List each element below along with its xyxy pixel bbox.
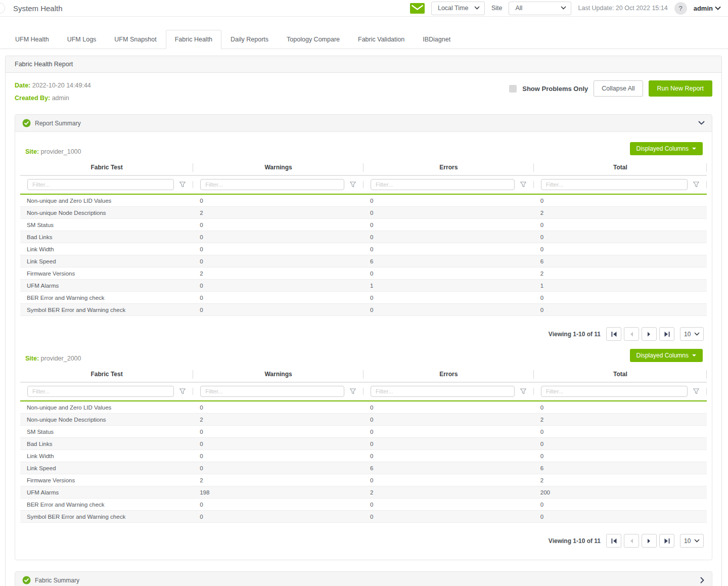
table-row[interactable]: Link Width000 — [20, 243, 707, 255]
column-header-total[interactable]: Total — [534, 160, 707, 175]
table-cell: Non-unique and Zero LID Values — [20, 404, 193, 411]
fabric-summary-section: Fabric Summary — [15, 571, 712, 586]
table-row[interactable]: Firmware Versions202 — [20, 474, 707, 486]
tab-fabric-health[interactable]: Fabric Health — [166, 30, 221, 49]
filter-funnel-icon[interactable] — [179, 182, 186, 188]
table-cell: 1 — [534, 283, 707, 289]
column-header-warnings[interactable]: Warnings — [193, 160, 363, 175]
tab-daily-reports[interactable]: Daily Reports — [221, 30, 278, 49]
mail-icon[interactable] — [410, 3, 425, 14]
filter-input[interactable] — [27, 386, 174, 397]
table-cell: 0 — [534, 222, 707, 228]
prev-page-button[interactable] — [624, 534, 639, 548]
filter-funnel-icon[interactable] — [349, 388, 356, 394]
timezone-select[interactable]: Local Time — [431, 2, 485, 15]
table-row[interactable]: SM Status000 — [20, 219, 707, 231]
filter-cell — [20, 178, 193, 191]
last-page-button[interactable] — [659, 534, 674, 548]
user-menu[interactable]: admin — [694, 5, 721, 12]
site-select[interactable]: All — [509, 2, 571, 15]
table-row[interactable]: Bad Links000 — [20, 438, 707, 450]
next-page-icon — [647, 331, 652, 337]
table-cell: Non-unique Node Descriptions — [20, 210, 193, 216]
table-cell: SM Status — [20, 429, 193, 435]
table-row[interactable]: Non-unique and Zero LID Values000 — [20, 195, 707, 207]
table-cell: 2 — [363, 489, 534, 495]
table-row[interactable]: Link Width000 — [20, 450, 707, 462]
collapse-all-button[interactable]: Collapse All — [594, 80, 643, 97]
sidebar-toggle[interactable] — [0, 3, 5, 14]
chevron-down-icon[interactable] — [698, 121, 705, 125]
next-page-button[interactable] — [642, 534, 657, 548]
chevron-right-icon[interactable] — [700, 577, 705, 583]
run-new-report-button[interactable]: Run New Report — [649, 80, 712, 97]
table-row[interactable]: BER Error and Warning check000 — [20, 499, 707, 511]
show-problems-checkbox[interactable] — [509, 85, 517, 93]
filter-funnel-icon[interactable] — [349, 182, 356, 188]
column-header-warnings[interactable]: Warnings — [193, 367, 363, 382]
timezone-select-value: Local Time — [438, 5, 468, 12]
table-cell: 0 — [193, 283, 363, 289]
first-page-icon — [611, 538, 617, 544]
table-row[interactable]: Non-unique Node Descriptions202 — [20, 414, 707, 426]
column-header-errors[interactable]: Errors — [363, 160, 534, 175]
report-summary-header[interactable]: Report Summary — [15, 115, 712, 132]
column-header-fabric-test[interactable]: Fabric Test — [20, 160, 193, 175]
table-row[interactable]: Symbol BER Error and Warning check000 — [20, 304, 707, 316]
tab-topology-compare[interactable]: Topology Compare — [278, 30, 349, 49]
first-page-button[interactable] — [606, 534, 621, 548]
caret-down-icon — [692, 148, 696, 150]
last-page-button[interactable] — [659, 327, 674, 341]
filter-input[interactable] — [541, 179, 688, 190]
filter-input[interactable] — [371, 386, 515, 397]
filter-funnel-icon[interactable] — [693, 182, 700, 188]
filter-funnel-icon[interactable] — [520, 388, 527, 394]
filter-input[interactable] — [200, 386, 344, 397]
next-page-button[interactable] — [642, 327, 657, 341]
filter-input[interactable] — [27, 179, 174, 190]
table-row[interactable]: Non-unique Node Descriptions202 — [20, 207, 707, 219]
help-button[interactable]: ? — [674, 2, 687, 15]
table-cell: 0 — [193, 307, 363, 313]
table-row[interactable]: Link Speed066 — [20, 255, 707, 267]
table-cell: 0 — [363, 514, 534, 520]
filter-input[interactable] — [541, 386, 688, 397]
tab-ufm-snapshot[interactable]: UFM Snapshot — [105, 30, 165, 49]
displayed-columns-button[interactable]: Displayed Columns — [630, 349, 703, 362]
filter-funnel-icon[interactable] — [179, 388, 186, 394]
column-header-total[interactable]: Total — [534, 367, 707, 382]
table-row[interactable]: BER Error and Warning check000 — [20, 292, 707, 304]
tab-fabric-validation[interactable]: Fabric Validation — [349, 30, 414, 49]
tab-ufm-logs[interactable]: UFM Logs — [58, 30, 106, 49]
page-size-select[interactable]: 10 — [680, 327, 704, 341]
displayed-columns-button[interactable]: Displayed Columns — [630, 142, 703, 155]
prev-page-button[interactable] — [624, 327, 639, 341]
filter-input[interactable] — [200, 179, 344, 190]
table-row[interactable]: UFM Alarms1982200 — [20, 486, 707, 499]
filter-cell — [534, 385, 707, 398]
table-cell: 198 — [193, 489, 363, 495]
table-row[interactable]: Symbol BER Error and Warning check000 — [20, 511, 707, 523]
fabric-summary-header[interactable]: Fabric Summary — [15, 572, 712, 586]
tab-ufm-health[interactable]: UFM Health — [6, 30, 58, 49]
table-row[interactable]: Bad Links000 — [20, 231, 707, 243]
table-row[interactable]: UFM Alarms011 — [20, 280, 707, 292]
column-header-errors[interactable]: Errors — [363, 367, 534, 382]
column-header-fabric-test[interactable]: Fabric Test — [20, 367, 193, 382]
filter-cell — [193, 385, 363, 398]
page-size-select[interactable]: 10 — [680, 534, 704, 548]
first-page-button[interactable] — [606, 327, 621, 341]
table-row[interactable]: SM Status000 — [20, 426, 707, 438]
site-report-block: Site: provider_1000 Displayed Columns Fa… — [20, 138, 707, 345]
filter-funnel-icon[interactable] — [520, 182, 527, 188]
filter-input[interactable] — [371, 179, 515, 190]
last-page-icon — [664, 331, 670, 337]
table-row[interactable]: Link Speed066 — [20, 462, 707, 474]
check-circle-icon — [22, 119, 31, 127]
tab-ibdiagnet[interactable]: IBDiagnet — [414, 30, 460, 49]
prev-page-icon — [629, 538, 634, 544]
table-row[interactable]: Firmware Versions202 — [20, 267, 707, 280]
filter-funnel-icon[interactable] — [693, 388, 700, 394]
check-circle-icon — [22, 576, 31, 584]
table-row[interactable]: Non-unique and Zero LID Values000 — [20, 401, 707, 414]
